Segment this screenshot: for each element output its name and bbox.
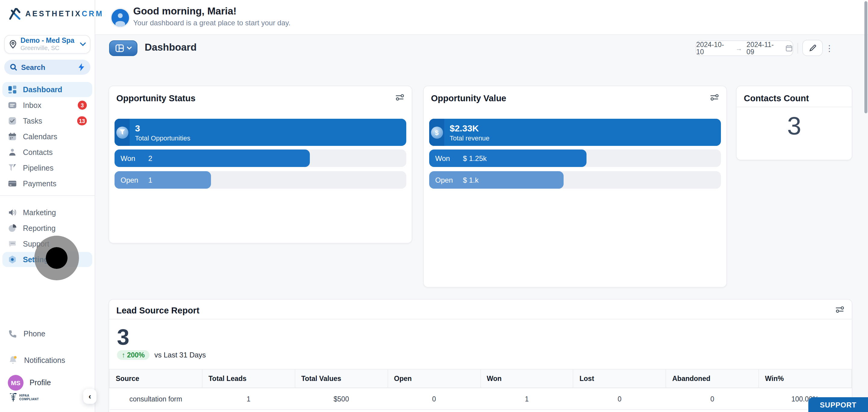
card-title: Contacts Count: [744, 93, 809, 103]
sidebar-item-notifications[interactable]: Notifications: [8, 355, 65, 365]
won-bar: Won $ 1.25k: [429, 150, 587, 167]
location-name: Demo - Med Spa: [21, 37, 80, 44]
table-cell: 0: [666, 388, 759, 410]
table-cell: 1: [202, 388, 295, 410]
sidebar-item-contacts[interactable]: Contacts: [2, 145, 92, 160]
tasks-check-icon: [8, 116, 17, 125]
phone-icon: [8, 329, 18, 339]
open-bar: Open $ 1.k: [429, 171, 563, 189]
sidebar: AESTHETIXCRM Demo - Med Spa Greenville, …: [0, 0, 95, 412]
profile-avatar: MS: [8, 375, 24, 390]
total-value: 3: [135, 123, 140, 133]
funnel-circle-icon: [115, 119, 130, 146]
total-label: Total Opportunities: [135, 134, 190, 141]
sidebar-divider: [0, 195, 95, 196]
sidebar-item-marketing[interactable]: Marketing: [2, 205, 92, 220]
location-pin-icon: [8, 40, 18, 49]
column-header-total-values: Total Values: [295, 369, 388, 388]
column-header-lost: Lost: [573, 369, 666, 388]
page-title: Dashboard: [145, 41, 196, 53]
reporting-pie-icon: [8, 224, 17, 233]
lead-source-table: SourceTotal LeadsTotal ValuesOpenWonLost…: [109, 369, 852, 410]
opportunity-status-card: Opportunity Status 3 Total Opportunities…: [108, 86, 412, 244]
brand-logo-icon: [8, 7, 22, 21]
contacts-count-card: Contacts Count 3: [736, 86, 852, 160]
cursor-click-indicator: [34, 236, 79, 280]
pencil-icon: [809, 44, 816, 52]
chevron-down-icon: [126, 46, 132, 50]
open-bar-track: Open $ 1.k: [429, 171, 721, 189]
table-cell: 0: [573, 388, 666, 410]
total-label: Total revenue: [450, 134, 490, 141]
delta-compare-label: vs Last 31 Days: [154, 351, 206, 359]
lead-source-report-card: Lead Source Report 3 ↑200% vs Last 31 Da…: [108, 299, 852, 412]
date-start: 2024-10-10: [696, 41, 732, 56]
location-selector[interactable]: Demo - Med Spa Greenville, SC: [4, 35, 90, 54]
scrollbar-thumb[interactable]: [864, 1, 867, 113]
payments-card-icon: [8, 179, 17, 188]
sidebar-item-calendars[interactable]: Calendars: [2, 129, 92, 144]
table-cell: $500: [295, 388, 388, 410]
caduceus-icon: [9, 392, 18, 402]
quick-action-bolt-icon: [78, 63, 85, 71]
card-title: Opportunity Value: [431, 93, 506, 103]
card-title: Lead Source Report: [116, 306, 199, 315]
total-revenue-bar: $ $2.33K Total revenue: [429, 119, 721, 146]
support-button[interactable]: SUPPORT: [808, 397, 868, 412]
opportunity-value-card: Opportunity Value $ $2.33K Total revenue…: [423, 86, 727, 288]
sidebar-item-profile[interactable]: MS Profile: [8, 375, 51, 390]
sidebar-item-payments[interactable]: Payments: [2, 176, 92, 191]
more-options-button[interactable]: ⋮: [825, 40, 834, 56]
card-filter-sliders-icon[interactable]: [395, 93, 404, 101]
brand-logo: AESTHETIXCRM: [8, 7, 104, 21]
settings-hexagon-icon: [8, 255, 17, 264]
search-input[interactable]: Search: [4, 60, 90, 75]
dashboard-layout-button[interactable]: [109, 40, 137, 56]
sidebar-item-inbox[interactable]: Inbox 3: [2, 98, 92, 113]
pipelines-funnel-icon: [8, 163, 17, 172]
calendar-icon: [8, 132, 17, 141]
cursor-dot: [46, 247, 67, 269]
column-header-total-leads: Total Leads: [202, 369, 295, 388]
contacts-person-icon: [8, 148, 17, 157]
column-header-open: Open: [388, 369, 480, 388]
lead-delta-row: ↑200% vs Last 31 Days: [117, 350, 206, 360]
notification-bell-icon: [8, 355, 18, 365]
card-filter-sliders-icon[interactable]: [710, 93, 719, 101]
arrow-right-icon: →: [736, 44, 742, 52]
table-cell: 0: [388, 388, 480, 410]
total-opportunities-bar: 3 Total Opportunities: [115, 119, 406, 146]
card-filter-sliders-icon[interactable]: [835, 306, 844, 313]
sidebar-item-pipelines[interactable]: Pipelines: [2, 160, 92, 176]
sidebar-nav-primary: Dashboard Inbox 3 Tasks 13 Cale: [2, 82, 92, 192]
sidebar-collapse-button[interactable]: ‹: [83, 389, 96, 404]
sidebar-item-phone[interactable]: Phone: [8, 329, 45, 339]
open-bar-track: Open 1: [115, 171, 406, 189]
table-cell: 1: [480, 388, 573, 410]
edit-dashboard-button[interactable]: [802, 40, 823, 56]
lead-table-header-row: SourceTotal LeadsTotal ValuesOpenWonLost…: [110, 369, 851, 388]
date-range-picker[interactable]: 2024-10-10 → 2024-11-09: [695, 40, 793, 56]
sidebar-item-dashboard[interactable]: Dashboard: [2, 82, 92, 97]
top-header: Good morning, Maria! Your dashboard is a…: [95, 0, 868, 35]
sidebar-item-reporting[interactable]: Reporting: [2, 221, 92, 236]
lead-total-value: 3: [117, 325, 129, 350]
greeting-subtitle: Your dashboard is a great place to start…: [133, 19, 290, 27]
table-row[interactable]: consultation form1$5000100100.00%: [110, 388, 851, 410]
card-divider: [737, 107, 852, 107]
column-header-abandoned: Abandoned: [666, 369, 759, 388]
dashboard-grid-icon: [8, 85, 17, 94]
toolbar-divider: [798, 43, 798, 54]
card-divider: [109, 319, 852, 319]
chevron-down-icon: [80, 42, 86, 46]
card-title: Opportunity Status: [116, 93, 195, 103]
location-city: Greenville, SC: [21, 45, 80, 52]
app-window: AESTHETIXCRM Demo - Med Spa Greenville, …: [0, 0, 868, 412]
search-icon: [10, 63, 18, 71]
date-end: 2024-11-09: [747, 41, 781, 56]
table-cell: consultation form: [110, 388, 202, 410]
inbox-badge: 3: [78, 101, 87, 110]
sidebar-item-tasks[interactable]: Tasks 13: [2, 113, 92, 128]
trend-up-icon: ↑: [122, 351, 125, 359]
search-label: Search: [21, 63, 78, 71]
